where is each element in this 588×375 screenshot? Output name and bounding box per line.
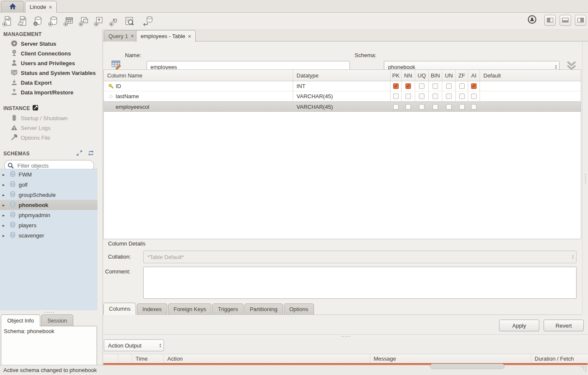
- zf-checkbox[interactable]: [459, 83, 465, 89]
- zf-checkbox[interactable]: [459, 104, 465, 110]
- expander-icon[interactable]: ▸: [3, 182, 7, 187]
- open-sql-script-icon[interactable]: SQL: [15, 15, 31, 28]
- expander-icon[interactable]: ▸: [3, 233, 7, 238]
- col-header-datatype[interactable]: Datatype: [293, 70, 391, 81]
- output-col-action[interactable]: Action: [164, 354, 370, 363]
- output-col-time[interactable]: Time: [132, 354, 164, 363]
- tab-session[interactable]: Session: [41, 314, 73, 326]
- toggle-left-panel-icon[interactable]: [544, 15, 556, 26]
- ai-checkbox[interactable]: [471, 94, 477, 99]
- revert-button[interactable]: Revert: [544, 320, 584, 331]
- bin-checkbox[interactable]: [433, 83, 438, 89]
- reconnect-database-icon[interactable]: [140, 15, 155, 28]
- bin-checkbox[interactable]: [433, 104, 438, 110]
- close-icon[interactable]: ×: [188, 33, 191, 39]
- uq-checkbox[interactable]: [419, 83, 424, 89]
- col-header-default[interactable]: Default: [480, 70, 581, 81]
- un-checkbox[interactable]: [446, 94, 452, 99]
- status-indicator-icon[interactable]: [527, 14, 537, 26]
- sidebar-item-server-status[interactable]: Server Status: [0, 39, 98, 49]
- column-row-id[interactable]: ID INT ✓ ✓ ✓: [104, 81, 581, 91]
- nn-checkbox[interactable]: [405, 104, 411, 110]
- output-selector[interactable]: Action Output ▴▾: [104, 339, 164, 351]
- horizontal-scrollbar-thumb[interactable]: [430, 364, 505, 369]
- tab-triggers[interactable]: Triggers: [212, 303, 243, 314]
- expander-icon[interactable]: ▸: [3, 172, 7, 177]
- inspect-database-icon[interactable]: i: [31, 15, 46, 28]
- sidebar-item-data-export[interactable]: Data Export: [0, 78, 98, 88]
- col-header-bin[interactable]: BIN: [429, 70, 442, 81]
- tab-employees-table[interactable]: employees - Table ×: [136, 30, 196, 42]
- schema-row-groupschedule[interactable]: ▸ groupSchedule: [0, 190, 97, 200]
- column-row-lastname[interactable]: ◇lastName VARCHAR(45): [104, 91, 581, 102]
- ai-checkbox[interactable]: ✓: [471, 83, 477, 89]
- sidebar-item-system-variables[interactable]: Status and System Variables: [0, 68, 98, 78]
- close-icon[interactable]: ×: [49, 4, 52, 10]
- create-view-icon[interactable]: [76, 15, 92, 28]
- tab-options[interactable]: Options: [284, 303, 314, 314]
- spinner-icon[interactable]: ▴▾: [159, 343, 161, 348]
- un-checkbox[interactable]: [446, 104, 452, 110]
- col-header-zf[interactable]: ZF: [456, 70, 468, 81]
- un-checkbox[interactable]: [446, 83, 452, 89]
- schema-row-golf[interactable]: ▸ golf: [0, 179, 97, 190]
- sidebar-item-data-import[interactable]: Data Import/Restore: [0, 88, 98, 97]
- default-cell[interactable]: [480, 81, 581, 91]
- spinner-icon[interactable]: ▴▾: [555, 64, 557, 69]
- uq-checkbox[interactable]: [419, 94, 424, 99]
- nn-checkbox[interactable]: ✓: [405, 83, 411, 89]
- search-table-data-icon[interactable]: [122, 15, 137, 28]
- col-header-uq[interactable]: UQ: [415, 70, 429, 81]
- tab-columns[interactable]: Columns: [103, 303, 136, 315]
- tab-partitioning[interactable]: Partitioning: [244, 303, 283, 314]
- ai-checkbox[interactable]: [471, 104, 477, 110]
- default-cell[interactable]: [480, 91, 581, 101]
- sidebar-item-users-privileges[interactable]: Users and Privileges: [0, 58, 98, 68]
- col-header-pk[interactable]: PK: [391, 70, 402, 81]
- nn-checkbox[interactable]: [405, 94, 411, 99]
- collation-select[interactable]: *Table Default* ▴▾: [143, 251, 577, 263]
- default-cell[interactable]: [480, 102, 581, 111]
- col-header-nn[interactable]: NN: [402, 70, 415, 81]
- tab-indexes[interactable]: Indexes: [137, 303, 167, 314]
- tab-foreign-keys[interactable]: Foreign Keys: [168, 303, 212, 314]
- schemas-expand-icon[interactable]: [77, 150, 82, 157]
- connection-tab-linode[interactable]: Linode ×: [25, 1, 57, 13]
- expander-icon[interactable]: ▸: [3, 193, 7, 197]
- column-row-employeescol[interactable]: employeescol VARCHAR(45): [104, 102, 581, 112]
- create-function-icon[interactable]: f(): [107, 15, 122, 28]
- bin-checkbox[interactable]: [433, 94, 438, 99]
- resize-grip-icon[interactable]: [581, 367, 582, 367]
- schema-row-phonebook[interactable]: ▸ phonebook: [0, 200, 97, 210]
- new-sql-tab-icon[interactable]: SQL: [0, 15, 15, 28]
- col-header-ai[interactable]: AI: [468, 70, 480, 81]
- schema-row-scavenger[interactable]: ▸ scavenger: [0, 230, 97, 240]
- col-header-un[interactable]: UN: [442, 70, 456, 81]
- pk-checkbox[interactable]: ✓: [393, 83, 399, 89]
- create-table-icon[interactable]: [61, 15, 76, 28]
- output-col-duration[interactable]: Duration / Fetch: [531, 354, 588, 363]
- zf-checkbox[interactable]: [459, 94, 465, 99]
- close-icon[interactable]: ×: [130, 33, 134, 39]
- tab-query-1[interactable]: Query 1 ×: [104, 30, 139, 41]
- create-procedure-icon[interactable]: [92, 15, 107, 28]
- pk-checkbox[interactable]: [393, 104, 399, 110]
- sidebar-item-client-connections[interactable]: Client Connections: [0, 49, 98, 58]
- comment-textarea[interactable]: [143, 267, 577, 299]
- pk-checkbox[interactable]: [393, 94, 399, 99]
- sidebar-item-startup-shutdown[interactable]: Startup / Shutdown: [0, 113, 98, 123]
- tab-object-info[interactable]: Object Info: [1, 314, 40, 326]
- toggle-bottom-panel-icon[interactable]: [560, 15, 571, 26]
- create-schema-icon[interactable]: [46, 15, 61, 28]
- sidebar-item-options-file[interactable]: Options File: [0, 133, 98, 143]
- output-splitter[interactable]: [103, 334, 588, 338]
- expander-icon[interactable]: ▸: [3, 213, 7, 218]
- home-tab[interactable]: [1, 1, 24, 13]
- col-header-name[interactable]: Column Name: [104, 70, 293, 81]
- sidebar-item-server-logs[interactable]: Server Logs: [0, 123, 98, 133]
- toggle-right-panel-icon[interactable]: [575, 15, 586, 26]
- expander-icon[interactable]: ▸: [3, 223, 7, 228]
- expander-icon[interactable]: ▸: [3, 203, 7, 207]
- schemas-refresh-icon[interactable]: [88, 150, 94, 157]
- uq-checkbox[interactable]: [419, 104, 424, 110]
